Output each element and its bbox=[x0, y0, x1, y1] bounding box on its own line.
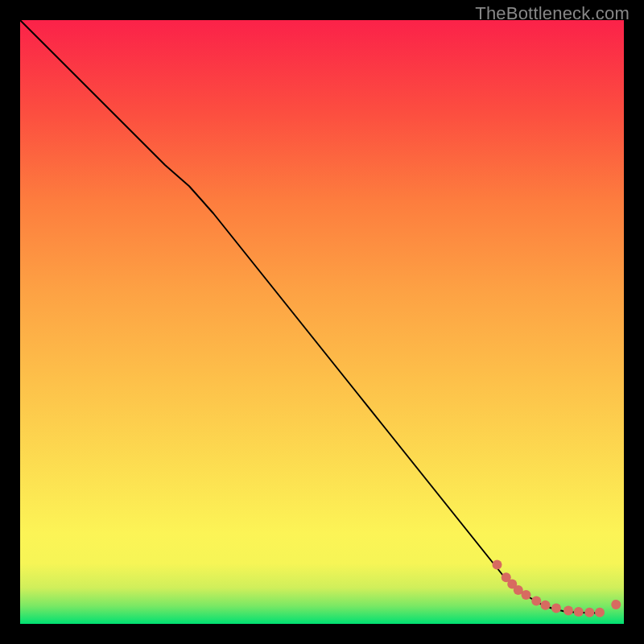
marker-dot bbox=[551, 604, 561, 613]
marker-dot bbox=[522, 590, 531, 600]
chart-stage: TheBottleneck.com bbox=[0, 0, 644, 644]
marker-dot bbox=[595, 608, 605, 617]
marker-dot bbox=[493, 560, 502, 570]
chart-svg bbox=[20, 20, 624, 624]
marker-dot bbox=[611, 600, 621, 609]
marker-dot bbox=[584, 608, 594, 617]
marker-dot bbox=[531, 597, 541, 606]
marker-dot bbox=[564, 606, 573, 616]
marker-dot bbox=[541, 601, 551, 610]
plot-area bbox=[20, 20, 624, 624]
marker-dot bbox=[574, 607, 584, 617]
